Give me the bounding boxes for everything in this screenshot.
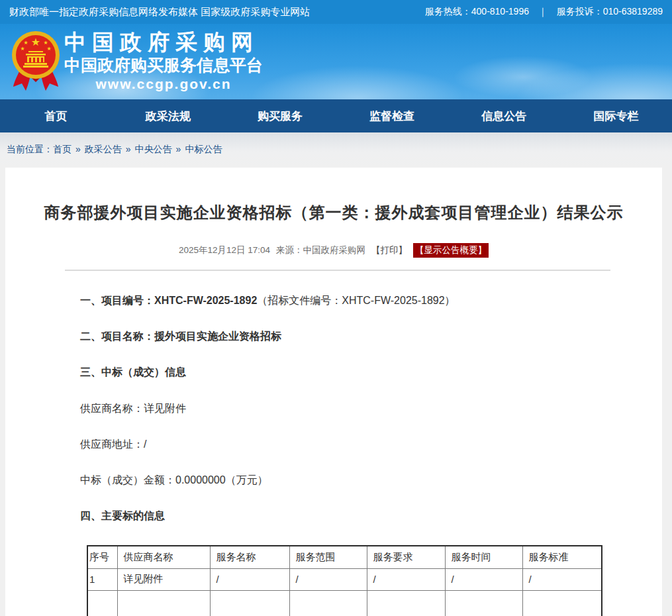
svg-text:★: ★ bbox=[43, 40, 48, 46]
paragraph-supplier-address: 供应商地址：/ bbox=[80, 438, 602, 450]
header-cell-service-requirements: 服务要求 bbox=[367, 546, 445, 568]
cell-service-standard bbox=[522, 590, 602, 616]
site-logo[interactable]: 中国政府采购网 中国政府购买服务信息平台 www.ccgp.gov.cn bbox=[64, 30, 263, 93]
nav-item-supervision[interactable]: 监督检查 bbox=[336, 99, 448, 132]
cell-service-requirements bbox=[367, 590, 445, 616]
service-hotline: 服务热线：400-810-1996 bbox=[425, 6, 529, 18]
paragraph-main-items-heading: 四、主要标的信息 bbox=[80, 509, 602, 522]
cell-supplier: 详见附件 bbox=[117, 568, 210, 590]
show-summary-button[interactable]: 【显示公告概要】 bbox=[413, 243, 489, 258]
paragraph-project-name: 二、项目名称：援外项目实施企业资格招标 bbox=[80, 330, 602, 342]
cell-index: 1 bbox=[87, 568, 117, 590]
site-url: www.ccgp.gov.cn bbox=[64, 76, 263, 93]
breadcrumb-link-procurement-notices[interactable]: 政采公告 bbox=[85, 144, 122, 154]
main-nav: 首页 政采法规 购买服务 监督检查 信息公告 国际专栏 bbox=[0, 99, 672, 132]
header-cell-supplier: 供应商名称 bbox=[117, 546, 210, 568]
national-emblem-icon: ★ ★ ★ ★ ★ bbox=[11, 30, 61, 94]
cell-service-standard: / bbox=[522, 568, 602, 590]
paragraph-supplier-name: 供应商名称：详见附件 bbox=[80, 402, 602, 415]
nav-item-home[interactable]: 首页 bbox=[0, 99, 112, 132]
nav-item-announcements[interactable]: 信息公告 bbox=[448, 99, 560, 132]
site-name: 中国政府采购网 bbox=[64, 30, 269, 55]
nav-item-international[interactable]: 国际专栏 bbox=[560, 99, 672, 132]
table-header-row: 序号 供应商名称 服务名称 服务范围 服务要求 服务时间 服务标准 bbox=[87, 546, 602, 568]
site-masthead: ★ ★ ★ ★ ★ 中国政府采购网 中国政府购买服务信息平台 www.ccgp.… bbox=[0, 24, 672, 99]
breadcrumb-link-central-notices[interactable]: 中央公告 bbox=[135, 144, 172, 154]
article-meta: 2025年12月12日 17:04 来源：中国政府采购网 【打印】 【显示公告概… bbox=[5, 243, 662, 258]
cell-supplier bbox=[117, 590, 210, 616]
breadcrumb-prefix: 当前位置： bbox=[7, 144, 53, 154]
site-slogan: 财政部唯一指定政府采购信息网络发布媒体 国家级政府采购专业网站 bbox=[9, 6, 310, 19]
svg-text:★: ★ bbox=[23, 40, 28, 46]
cell-service-time bbox=[445, 590, 522, 616]
main-items-table: 序号 供应商名称 服务名称 服务范围 服务要求 服务时间 服务标准 1 详见附件… bbox=[87, 545, 602, 616]
page-title: 商务部援外项目实施企业资格招标（第一类：援外成套项目管理企业）结果公示 bbox=[5, 168, 662, 223]
breadcrumb-link-award-notices[interactable]: 中标公告 bbox=[185, 144, 222, 154]
top-utility-bar: 财政部唯一指定政府采购信息网络发布媒体 国家级政府采购专业网站 服务热线：400… bbox=[0, 0, 672, 24]
svg-text:★: ★ bbox=[46, 46, 51, 52]
contact-divider: ｜ bbox=[538, 6, 548, 18]
cell-service-name bbox=[210, 590, 289, 616]
cell-service-time: / bbox=[445, 568, 522, 590]
breadcrumb-link-home[interactable]: 首页 bbox=[53, 144, 72, 154]
paragraph-award-amount: 中标（成交）金额：0.0000000（万元） bbox=[80, 474, 602, 486]
article-source: 来源：中国政府采购网 bbox=[276, 244, 365, 256]
service-complaint: 服务投诉：010-63819289 bbox=[557, 6, 663, 18]
paragraph-project-number: 一、项目编号：XHTC-FW-2025-1892（招标文件编号：XHTC-FW-… bbox=[80, 294, 602, 307]
paragraph-award-info-heading: 三、中标（成交）信息 bbox=[80, 366, 602, 378]
svg-text:★: ★ bbox=[31, 36, 40, 48]
print-button[interactable]: 【打印】 bbox=[371, 244, 407, 256]
nav-item-regulations[interactable]: 政采法规 bbox=[112, 99, 224, 132]
nav-item-purchase-services[interactable]: 购买服务 bbox=[224, 99, 336, 132]
cell-service-requirements: / bbox=[367, 568, 445, 590]
cell-service-scope: / bbox=[289, 568, 367, 590]
site-subtitle: 中国政府购买服务信息平台 bbox=[64, 55, 263, 76]
header-cell-service-time: 服务时间 bbox=[445, 546, 522, 568]
breadcrumb-separator: » bbox=[75, 144, 81, 154]
article-body: 一、项目编号：XHTC-FW-2025-1892（招标文件编号：XHTC-FW-… bbox=[80, 294, 602, 522]
article-panel: 商务部援外项目实施企业资格招标（第一类：援外成套项目管理企业）结果公示 2025… bbox=[5, 168, 662, 616]
table-row: 1 详见附件 / / / / / bbox=[87, 568, 602, 590]
svg-text:★: ★ bbox=[20, 46, 24, 52]
title-divider bbox=[65, 270, 610, 271]
cell-index bbox=[87, 590, 117, 616]
cell-service-name: / bbox=[210, 568, 289, 590]
header-cell-service-standard: 服务标准 bbox=[522, 546, 602, 568]
header-cell-service-name: 服务名称 bbox=[210, 546, 289, 568]
header-cell-service-scope: 服务范围 bbox=[289, 546, 367, 568]
breadcrumb-separator: » bbox=[126, 144, 131, 154]
breadcrumb: 当前位置：首页»政采公告»中央公告»中标公告 bbox=[0, 132, 672, 168]
table-row-empty bbox=[87, 590, 602, 616]
breadcrumb-separator: » bbox=[176, 144, 181, 154]
service-contacts: 服务热线：400-810-1996 ｜ 服务投诉：010-63819289 bbox=[425, 6, 663, 18]
header-cell-index: 序号 bbox=[87, 546, 117, 568]
cell-service-scope bbox=[289, 590, 367, 616]
publish-datetime: 2025年12月12日 17:04 bbox=[179, 244, 270, 256]
